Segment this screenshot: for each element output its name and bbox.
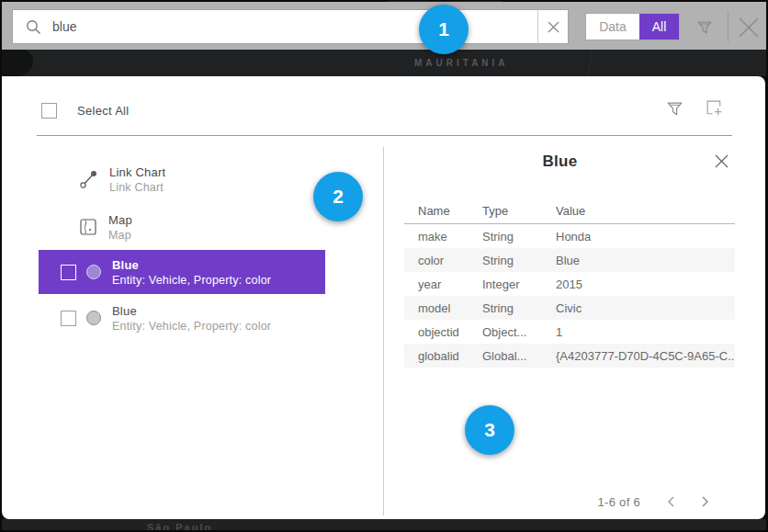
result-subtitle: Link Chart <box>109 181 165 194</box>
pagination: 1-6 of 6 <box>539 492 741 512</box>
cell-type: Object... <box>482 325 556 339</box>
toolbar-divider <box>728 11 728 42</box>
map-label-mauritania: MAURITANIA <box>414 58 509 68</box>
filter-icon <box>665 99 684 119</box>
result-title: Blue <box>112 304 271 318</box>
cell-value: 2015 <box>556 277 735 291</box>
table-header-row: Name Type Value <box>404 200 735 221</box>
prev-page-button[interactable] <box>666 495 677 508</box>
cell-name: make <box>404 230 482 243</box>
scope-toggle-all[interactable]: All <box>639 14 679 40</box>
add-to-selection-icon <box>704 97 725 119</box>
column-header: Type <box>482 204 556 218</box>
cell-name: year <box>404 277 482 291</box>
cell-value: Civic <box>556 301 735 315</box>
table-row: color String Blue <box>404 248 735 272</box>
clear-search-button[interactable] <box>538 10 568 43</box>
result-subtitle: Entity: Vehicle, Property: color <box>112 274 271 287</box>
properties-table: Name Type Value make String Honda color … <box>404 200 735 368</box>
cell-type: String <box>482 230 556 243</box>
detail-title: Blue <box>388 153 732 171</box>
filter-button[interactable] <box>693 17 717 39</box>
search-toolbar: Data All <box>2 2 766 50</box>
callout-badge-3: 3 <box>465 405 514 455</box>
cell-name: color <box>404 254 482 267</box>
search-icon <box>26 19 41 35</box>
result-checkbox[interactable] <box>61 311 76 326</box>
app-window: MAURITANIA WESTERN São Paulo Data All <box>0 0 768 532</box>
result-text: Map Map <box>108 213 132 242</box>
result-item-blue[interactable]: Blue Entity: Vehicle, Property: color <box>39 298 325 338</box>
map-label-sao-paulo: São Paulo <box>147 522 212 530</box>
table-row: year Integer 2015 <box>404 272 735 296</box>
map-background-bottom: São Paulo <box>2 519 766 530</box>
cell-value: 1 <box>556 325 735 339</box>
result-title: Link Chart <box>109 165 165 179</box>
table-row: globalid Global... {A4203777-D70D-4C5C-9… <box>404 344 735 368</box>
scope-toggle: Data All <box>585 13 680 40</box>
cell-value: Blue <box>556 254 735 267</box>
detail-close-button[interactable] <box>714 153 732 172</box>
prev-icon <box>666 495 677 508</box>
result-title: Blue <box>112 258 271 272</box>
cell-name: objectid <box>404 325 482 339</box>
result-text: Link Chart Link Chart <box>109 165 165 194</box>
header-divider <box>37 135 732 136</box>
map-icon <box>79 218 97 236</box>
result-text: Blue Entity: Vehicle, Property: color <box>112 304 271 333</box>
entity-icon <box>86 311 101 325</box>
select-all-label: Select All <box>77 104 129 118</box>
table-row: model String Civic <box>404 296 735 320</box>
select-all-row: Select All <box>41 103 129 119</box>
entity-icon <box>86 265 101 279</box>
close-icon <box>714 153 729 169</box>
table-row: make String Honda <box>404 224 735 248</box>
cell-type: String <box>482 301 556 315</box>
map-background-top: MAURITANIA <box>2 50 766 76</box>
select-all-checkbox[interactable] <box>41 103 57 119</box>
table-row: objectid Object... 1 <box>404 320 735 344</box>
column-header: Name <box>404 204 482 218</box>
next-page-button[interactable] <box>699 495 710 508</box>
cell-type: Integer <box>482 277 556 291</box>
callout-badge-1: 1 <box>419 5 469 54</box>
pagination-label: 1-6 of 6 <box>539 495 640 509</box>
cell-value: Honda <box>556 230 735 243</box>
callout-badge-2: 2 <box>313 172 363 221</box>
cell-name: globalid <box>404 349 482 363</box>
result-subtitle: Entity: Vehicle, Property: color <box>112 320 271 333</box>
filter-icon <box>695 18 714 37</box>
search-results-panel: Select All Link Chart Link Chart <box>2 76 765 519</box>
cell-name: model <box>404 301 482 315</box>
results-filter-button[interactable] <box>665 99 684 119</box>
scope-toggle-data[interactable]: Data <box>586 14 639 40</box>
map-boundary-line <box>588 50 593 76</box>
column-header: Value <box>556 204 735 218</box>
result-title: Map <box>108 213 132 227</box>
map-landmass <box>2 50 33 76</box>
next-icon <box>699 495 710 508</box>
close-search-button[interactable] <box>735 15 762 40</box>
panel-divider <box>383 147 384 515</box>
add-to-selection-button[interactable] <box>704 97 725 119</box>
cell-value: {A4203777-D70D-4C5C-9A65-C... <box>556 349 735 363</box>
search-box <box>12 9 569 44</box>
cell-type: String <box>482 254 556 267</box>
result-item-blue-selected[interactable]: Blue Entity: Vehicle, Property: color <box>39 250 325 294</box>
result-item-map[interactable]: Map Map <box>39 207 325 247</box>
result-text: Blue Entity: Vehicle, Property: color <box>112 258 271 287</box>
close-icon <box>737 16 761 40</box>
result-checkbox[interactable] <box>61 265 76 280</box>
result-subtitle: Map <box>108 229 132 242</box>
cell-type: Global... <box>482 349 556 363</box>
link-chart-icon <box>79 170 98 189</box>
result-item-link-chart[interactable]: Link Chart Link Chart <box>39 158 325 200</box>
